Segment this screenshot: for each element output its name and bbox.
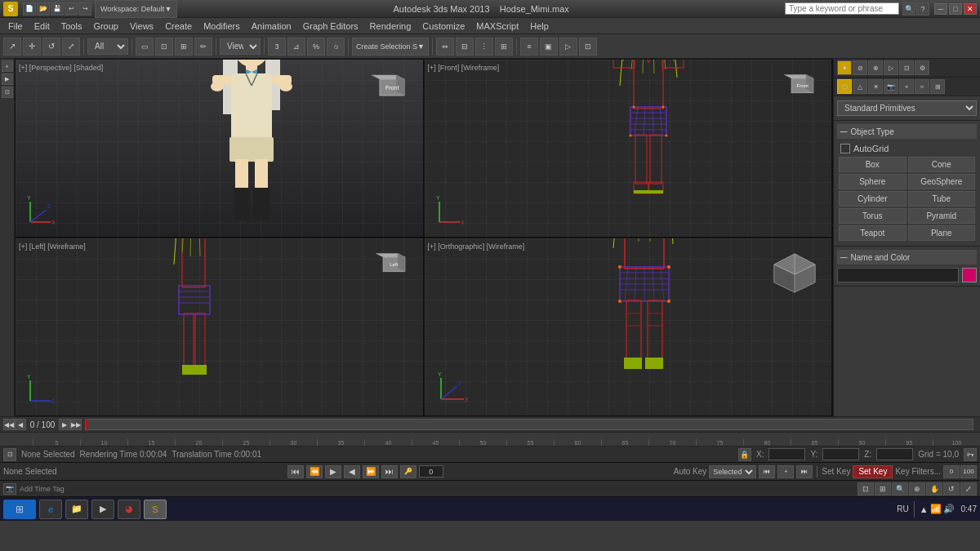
y-coord-input[interactable]: [822, 448, 859, 460]
spacetool-btn[interactable]: ⊞: [495, 38, 513, 56]
rp-utilities-icon[interactable]: ⚙: [915, 60, 929, 75]
menu-views[interactable]: Views: [125, 20, 158, 33]
set-key-button[interactable]: Set Key: [853, 465, 893, 478]
undo-btn[interactable]: ↩: [65, 2, 78, 16]
obj-pyramid[interactable]: Pyramid: [908, 208, 976, 224]
obj-tube[interactable]: Tube: [908, 191, 976, 207]
timeline-next-btn[interactable]: ▶: [59, 419, 70, 430]
render-scene[interactable]: ▣: [540, 38, 558, 56]
prev-key-btn[interactable]: ⏮: [759, 465, 775, 478]
rp-helper-icon[interactable]: +: [899, 79, 914, 94]
menu-help[interactable]: Help: [525, 20, 554, 33]
anim-play[interactable]: ▶: [325, 465, 341, 478]
rp-camera-icon[interactable]: 📷: [884, 79, 898, 94]
frame-number-input[interactable]: [419, 465, 443, 478]
menu-file[interactable]: File: [3, 20, 28, 33]
vp-zoom[interactable]: 🔍: [892, 482, 908, 495]
snap-3d[interactable]: 3: [268, 38, 286, 56]
vp1-nav-cube[interactable]: Front: [368, 71, 416, 108]
obj-cone[interactable]: Cone: [908, 157, 976, 172]
lock-icon-1[interactable]: 🔒: [738, 448, 751, 461]
rp-hierarchy-icon[interactable]: ⊕: [868, 60, 883, 75]
vp-maximize[interactable]: ⤢: [960, 482, 977, 495]
name-color-header[interactable]: ─ Name and Color: [837, 250, 977, 264]
menu-graph-editors[interactable]: Graph Editors: [298, 20, 363, 33]
view-dropdown[interactable]: View: [220, 38, 261, 55]
save-btn[interactable]: 💾: [51, 2, 64, 16]
rp-geometry-icon[interactable]: ⬡: [837, 79, 852, 94]
rp-spacewarp-icon[interactable]: ≈: [915, 79, 929, 94]
auto-key-dropdown[interactable]: Selected: [709, 465, 756, 478]
timeline-end-btn[interactable]: ▶▶: [70, 419, 82, 430]
mirror-btn[interactable]: ⇔: [436, 38, 454, 56]
color-swatch[interactable]: [962, 268, 977, 282]
angle-snap[interactable]: ⊿: [287, 38, 305, 56]
spinner-snap[interactable]: ⍉: [327, 38, 345, 56]
left-strip-btn1[interactable]: +: [2, 60, 13, 72]
obj-torus[interactable]: Torus: [839, 208, 906, 224]
obj-plane[interactable]: Plane: [908, 225, 976, 241]
obj-teapot[interactable]: Teapot: [839, 225, 906, 241]
renderframe-btn[interactable]: ⊡: [579, 38, 597, 56]
filter-dropdown[interactable]: All: [87, 38, 128, 55]
vp-zoom-all[interactable]: ⊕: [909, 482, 925, 495]
rp-modify-icon[interactable]: ⊘: [853, 60, 867, 75]
vp4-nav-cube[interactable]: [766, 250, 823, 295]
rp-create-icon[interactable]: ✦: [837, 60, 852, 75]
menu-tools[interactable]: Tools: [56, 20, 87, 33]
quickrender-btn[interactable]: ▷: [559, 38, 577, 56]
open-btn[interactable]: 📂: [37, 2, 50, 16]
array-btn[interactable]: ⋮: [475, 38, 493, 56]
obj-box[interactable]: Box: [839, 157, 906, 172]
rp-display-icon[interactable]: ⊡: [899, 60, 914, 75]
taskbar-folder[interactable]: 📁: [65, 500, 88, 519]
redo-btn[interactable]: ↪: [78, 2, 91, 16]
camera-icon[interactable]: 📷: [3, 483, 16, 495]
object-type-header[interactable]: ─ Object Type: [837, 124, 977, 139]
rp-system-icon[interactable]: ⊞: [930, 79, 945, 94]
taskbar-3dsmax[interactable]: S: [144, 500, 167, 519]
move-tool[interactable]: ✛: [23, 38, 41, 56]
maximize-button[interactable]: □: [949, 3, 962, 15]
rotate-tool[interactable]: ↺: [42, 38, 60, 56]
rp-light-icon[interactable]: ☀: [868, 79, 883, 94]
help-icon-btn[interactable]: ?: [916, 2, 929, 16]
key-lock-icon[interactable]: 🗝: [964, 448, 977, 461]
vp-arc-rotate[interactable]: ↺: [943, 482, 960, 495]
minimize-button[interactable]: ─: [934, 3, 947, 15]
autogrid-checkbox[interactable]: [840, 144, 850, 153]
viewport-left[interactable]: [+] [Left] [Wireframe]: [15, 238, 424, 416]
select-tool[interactable]: ↗: [3, 38, 21, 56]
menu-rendering[interactable]: Rendering: [365, 20, 416, 33]
timeline-track[interactable]: [85, 419, 973, 430]
taskbar-browser[interactable]: ◕: [118, 500, 140, 519]
align-btn[interactable]: ⊟: [456, 38, 474, 56]
left-strip-btn2[interactable]: ▶: [2, 73, 13, 85]
next-key-btn[interactable]: ⏭: [796, 465, 813, 478]
z-coord-input[interactable]: [876, 448, 913, 460]
vp2-nav-cube[interactable]: Front: [780, 71, 825, 104]
taskbar-media[interactable]: ▶: [91, 500, 114, 519]
vp-zoom-extents-all[interactable]: ⊞: [875, 482, 891, 495]
anim-go-end[interactable]: ⏭: [381, 465, 398, 478]
x-coord-input[interactable]: [768, 448, 805, 460]
menu-group[interactable]: Group: [88, 20, 123, 33]
vp3-nav-cube[interactable]: Left: [372, 250, 416, 282]
taskbar-ie[interactable]: e: [39, 500, 62, 519]
crossing-btn[interactable]: ⊞: [175, 38, 193, 56]
close-button[interactable]: ✕: [964, 3, 977, 15]
add-key-btn[interactable]: +: [777, 465, 794, 478]
menu-edit[interactable]: Edit: [29, 20, 55, 33]
search-icon-btn[interactable]: 🔍: [902, 2, 915, 16]
timeline-start-btn[interactable]: ◀◀: [3, 419, 15, 430]
frame-input-0[interactable]: 0: [943, 465, 960, 478]
vp-zoom-extents[interactable]: ⊡: [858, 482, 874, 495]
select-region-btn[interactable]: ▭: [136, 38, 154, 56]
viewport-front[interactable]: [+] [Front] [Wireframe]: [424, 59, 833, 238]
anim-next-frame[interactable]: ⏩: [363, 465, 379, 478]
left-strip-btn3[interactable]: ⊡: [2, 87, 13, 98]
timeline-prev-btn[interactable]: ◀: [15, 419, 26, 430]
menu-animation[interactable]: Animation: [247, 20, 296, 33]
rp-shape-icon[interactable]: △: [853, 79, 867, 94]
new-btn[interactable]: 📄: [23, 2, 36, 16]
